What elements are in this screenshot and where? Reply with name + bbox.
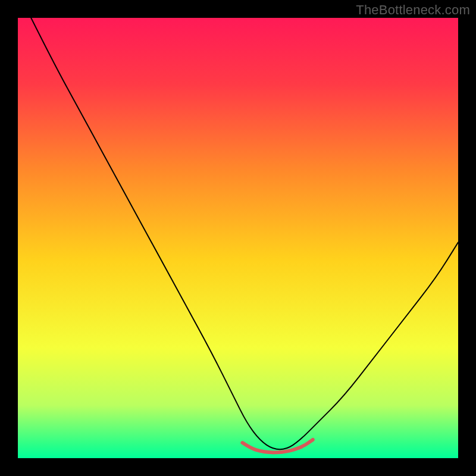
plot-svg [18, 18, 458, 458]
watermark-text: TheBottleneck.com [356, 2, 470, 18]
plot-area [18, 18, 458, 458]
chart-frame: TheBottleneck.com [0, 0, 476, 476]
gradient-background [18, 18, 458, 458]
